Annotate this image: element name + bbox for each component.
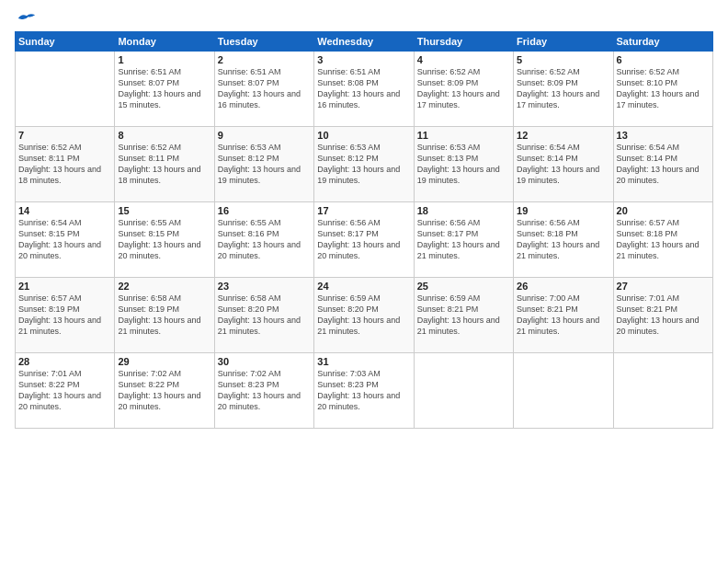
day-number: 22: [118, 281, 210, 292]
table-row: 25Sunrise: 6:59 AM Sunset: 8:21 PM Dayli…: [414, 278, 513, 353]
table-row: 4Sunrise: 6:52 AM Sunset: 8:09 PM Daylig…: [414, 52, 513, 127]
day-number: 15: [118, 205, 210, 216]
table-row: 3Sunrise: 6:51 AM Sunset: 8:08 PM Daylig…: [314, 52, 414, 127]
table-row: 11Sunrise: 6:53 AM Sunset: 8:13 PM Dayli…: [414, 127, 513, 202]
table-row: 6Sunrise: 6:52 AM Sunset: 8:10 PM Daylig…: [613, 52, 712, 127]
day-number: 1: [118, 54, 210, 65]
day-number: 20: [617, 205, 710, 216]
table-row: 31Sunrise: 7:03 AM Sunset: 8:23 PM Dayli…: [314, 353, 414, 429]
day-number: 3: [317, 54, 410, 65]
header-row: Sunday Monday Tuesday Wednesday Thursday…: [16, 32, 713, 52]
table-row: 12Sunrise: 6:54 AM Sunset: 8:14 PM Dayli…: [514, 127, 613, 202]
table-row: 24Sunrise: 6:59 AM Sunset: 8:20 PM Dayli…: [314, 278, 414, 353]
day-number: 2: [218, 54, 311, 65]
table-row: 9Sunrise: 6:53 AM Sunset: 8:12 PM Daylig…: [214, 127, 313, 202]
cell-info: Sunrise: 6:59 AM Sunset: 8:20 PM Dayligh…: [317, 293, 410, 338]
day-number: 5: [517, 54, 609, 65]
table-row: [16, 52, 115, 127]
cell-info: Sunrise: 6:55 AM Sunset: 8:15 PM Dayligh…: [118, 217, 210, 262]
table-row: [414, 353, 513, 429]
cell-info: Sunrise: 7:00 AM Sunset: 8:21 PM Dayligh…: [517, 293, 609, 338]
table-row: 13Sunrise: 6:54 AM Sunset: 8:14 PM Dayli…: [613, 127, 712, 202]
calendar-week-row: 1Sunrise: 6:51 AM Sunset: 8:07 PM Daylig…: [16, 52, 713, 127]
col-tuesday: Tuesday: [214, 32, 313, 52]
table-row: 17Sunrise: 6:56 AM Sunset: 8:17 PM Dayli…: [314, 202, 414, 278]
table-row: 29Sunrise: 7:02 AM Sunset: 8:22 PM Dayli…: [115, 353, 214, 429]
day-number: 10: [317, 130, 410, 141]
calendar-week-row: 7Sunrise: 6:52 AM Sunset: 8:11 PM Daylig…: [16, 127, 713, 202]
day-number: 25: [417, 281, 510, 292]
cell-info: Sunrise: 6:53 AM Sunset: 8:13 PM Dayligh…: [417, 142, 510, 187]
cell-info: Sunrise: 6:54 AM Sunset: 8:15 PM Dayligh…: [18, 217, 111, 262]
cell-info: Sunrise: 6:52 AM Sunset: 8:10 PM Dayligh…: [617, 66, 710, 111]
day-number: 6: [617, 54, 710, 65]
day-number: 24: [317, 281, 410, 292]
col-saturday: Saturday: [613, 32, 712, 52]
table-row: 21Sunrise: 6:57 AM Sunset: 8:19 PM Dayli…: [16, 278, 115, 353]
cell-info: Sunrise: 6:54 AM Sunset: 8:14 PM Dayligh…: [517, 142, 609, 187]
logo: [15, 11, 37, 26]
day-number: 31: [317, 356, 410, 367]
day-number: 27: [617, 281, 710, 292]
table-row: 28Sunrise: 7:01 AM Sunset: 8:22 PM Dayli…: [16, 353, 115, 429]
day-number: 11: [417, 130, 510, 141]
calendar-week-row: 28Sunrise: 7:01 AM Sunset: 8:22 PM Dayli…: [16, 353, 713, 429]
cell-info: Sunrise: 6:58 AM Sunset: 8:19 PM Dayligh…: [118, 293, 210, 338]
table-row: 2Sunrise: 6:51 AM Sunset: 8:07 PM Daylig…: [214, 52, 313, 127]
table-row: 7Sunrise: 6:52 AM Sunset: 8:11 PM Daylig…: [16, 127, 115, 202]
day-number: 18: [417, 205, 510, 216]
table-row: 18Sunrise: 6:56 AM Sunset: 8:17 PM Dayli…: [414, 202, 513, 278]
cell-info: Sunrise: 6:51 AM Sunset: 8:08 PM Dayligh…: [317, 66, 410, 111]
cell-info: Sunrise: 7:02 AM Sunset: 8:23 PM Dayligh…: [218, 368, 311, 413]
day-number: 26: [517, 281, 609, 292]
cell-info: Sunrise: 7:02 AM Sunset: 8:22 PM Dayligh…: [118, 368, 210, 413]
cell-info: Sunrise: 6:56 AM Sunset: 8:18 PM Dayligh…: [517, 217, 609, 262]
day-number: 9: [218, 130, 311, 141]
cell-info: Sunrise: 6:51 AM Sunset: 8:07 PM Dayligh…: [218, 66, 311, 111]
calendar-table: Sunday Monday Tuesday Wednesday Thursday…: [15, 31, 713, 429]
cell-info: Sunrise: 6:52 AM Sunset: 8:11 PM Dayligh…: [18, 142, 111, 187]
cell-info: Sunrise: 6:56 AM Sunset: 8:17 PM Dayligh…: [417, 217, 510, 262]
cell-info: Sunrise: 6:52 AM Sunset: 8:09 PM Dayligh…: [517, 66, 609, 111]
table-row: 8Sunrise: 6:52 AM Sunset: 8:11 PM Daylig…: [115, 127, 214, 202]
cell-info: Sunrise: 7:03 AM Sunset: 8:23 PM Dayligh…: [317, 368, 410, 413]
day-number: 21: [18, 281, 111, 292]
day-number: 12: [517, 130, 609, 141]
cell-info: Sunrise: 6:53 AM Sunset: 8:12 PM Dayligh…: [218, 142, 311, 187]
table-row: 14Sunrise: 6:54 AM Sunset: 8:15 PM Dayli…: [16, 202, 115, 278]
table-row: 10Sunrise: 6:53 AM Sunset: 8:12 PM Dayli…: [314, 127, 414, 202]
page: Sunday Monday Tuesday Wednesday Thursday…: [0, 0, 728, 563]
cell-info: Sunrise: 6:53 AM Sunset: 8:12 PM Dayligh…: [317, 142, 410, 187]
day-number: 7: [18, 130, 111, 141]
day-number: 16: [218, 205, 311, 216]
table-row: [613, 353, 712, 429]
calendar-week-row: 21Sunrise: 6:57 AM Sunset: 8:19 PM Dayli…: [16, 278, 713, 353]
header: [15, 11, 713, 26]
table-row: 1Sunrise: 6:51 AM Sunset: 8:07 PM Daylig…: [115, 52, 214, 127]
day-number: 4: [417, 54, 510, 65]
table-row: 20Sunrise: 6:57 AM Sunset: 8:18 PM Dayli…: [613, 202, 712, 278]
logo-bird-icon: [17, 11, 37, 26]
table-row: 15Sunrise: 6:55 AM Sunset: 8:15 PM Dayli…: [115, 202, 214, 278]
col-wednesday: Wednesday: [314, 32, 414, 52]
cell-info: Sunrise: 7:01 AM Sunset: 8:22 PM Dayligh…: [18, 368, 111, 413]
cell-info: Sunrise: 6:56 AM Sunset: 8:17 PM Dayligh…: [317, 217, 410, 262]
cell-info: Sunrise: 6:51 AM Sunset: 8:07 PM Dayligh…: [118, 66, 210, 111]
table-row: 26Sunrise: 7:00 AM Sunset: 8:21 PM Dayli…: [514, 278, 613, 353]
cell-info: Sunrise: 6:57 AM Sunset: 8:18 PM Dayligh…: [617, 217, 710, 262]
day-number: 29: [118, 356, 210, 367]
cell-info: Sunrise: 6:54 AM Sunset: 8:14 PM Dayligh…: [617, 142, 710, 187]
cell-info: Sunrise: 6:57 AM Sunset: 8:19 PM Dayligh…: [18, 293, 111, 338]
cell-info: Sunrise: 6:55 AM Sunset: 8:16 PM Dayligh…: [218, 217, 311, 262]
col-friday: Friday: [514, 32, 613, 52]
table-row: 23Sunrise: 6:58 AM Sunset: 8:20 PM Dayli…: [214, 278, 313, 353]
day-number: 17: [317, 205, 410, 216]
table-row: 5Sunrise: 6:52 AM Sunset: 8:09 PM Daylig…: [514, 52, 613, 127]
table-row: [514, 353, 613, 429]
table-row: 16Sunrise: 6:55 AM Sunset: 8:16 PM Dayli…: [214, 202, 313, 278]
day-number: 13: [617, 130, 710, 141]
cell-info: Sunrise: 6:52 AM Sunset: 8:11 PM Dayligh…: [118, 142, 210, 187]
day-number: 28: [18, 356, 111, 367]
cell-info: Sunrise: 7:01 AM Sunset: 8:21 PM Dayligh…: [617, 293, 710, 338]
table-row: 22Sunrise: 6:58 AM Sunset: 8:19 PM Dayli…: [115, 278, 214, 353]
